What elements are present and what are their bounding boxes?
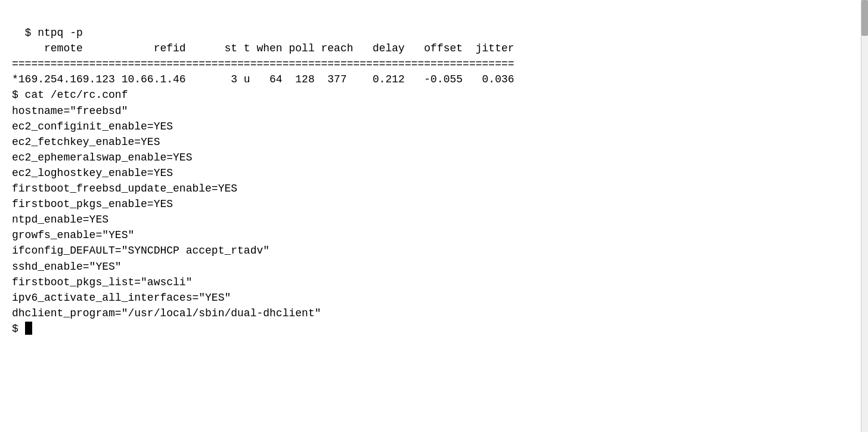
line-15: ifconfig_DEFAULT="SYNCDHCP accept_rtadv": [12, 245, 269, 257]
line-10: ec2_loghostkey_enable=YES: [12, 167, 173, 179]
scrollbar[interactable]: [861, 0, 868, 432]
last-prompt: $: [12, 323, 25, 335]
line-19: dhclient_program="/usr/local/sbin/dual-d…: [12, 307, 321, 319]
line-12: firstboot_pkgs_enable=YES: [12, 198, 173, 210]
line-2: remote refid st t when poll reach delay …: [12, 42, 514, 54]
line-5: $ cat /etc/rc.conf: [12, 89, 128, 101]
scrollbar-thumb[interactable]: [861, 0, 868, 36]
line-4: *169.254.169.123 10.66.1.46 3 u 64 128 3…: [12, 73, 514, 85]
line-13: ntpd_enable=YES: [12, 214, 108, 226]
line-8: ec2_fetchkey_enable=YES: [12, 136, 160, 148]
line-7: ec2_configinit_enable=YES: [12, 121, 173, 132]
line-1: $ ntpq -p: [25, 27, 83, 39]
line-3: ========================================…: [12, 58, 514, 70]
line-6: hostname="freebsd": [12, 105, 128, 117]
terminal-output: $ ntpq -p remote refid st t when poll re…: [12, 10, 856, 337]
line-11: firstboot_freebsd_update_enable=YES: [12, 183, 237, 195]
line-16: sshd_enable="YES": [12, 261, 122, 273]
line-14: growfs_enable="YES": [12, 229, 134, 241]
line-17: firstboot_pkgs_list="awscli": [12, 276, 192, 288]
terminal-cursor: [25, 322, 32, 335]
line-9: ec2_ephemeralswap_enable=YES: [12, 152, 192, 163]
line-18: ipv6_activate_all_interfaces="YES": [12, 292, 231, 304]
